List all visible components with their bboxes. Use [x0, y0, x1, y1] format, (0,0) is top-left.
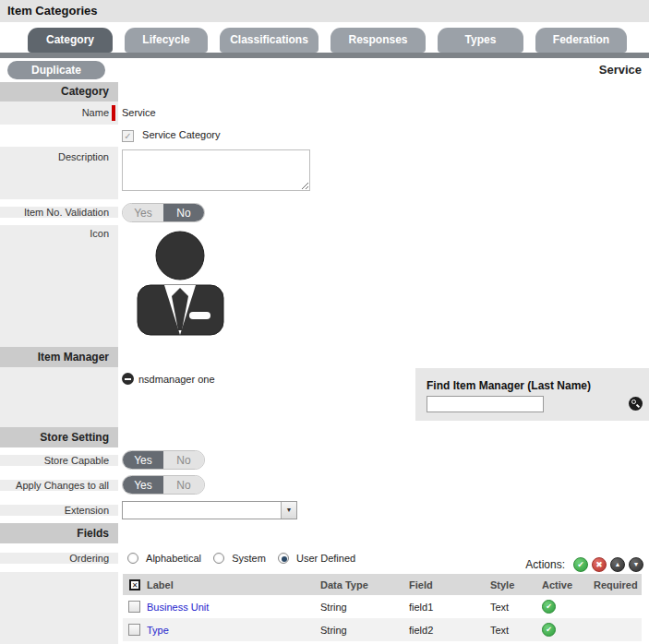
required-indicator — [112, 105, 115, 121]
toolbar: Duplicate Service — [0, 58, 649, 82]
manager-name: nsdmanager one — [138, 374, 215, 385]
name-row: Name Service — [0, 101, 649, 125]
cell-data-type: String — [320, 602, 409, 613]
ordering-radio-user-defined[interactable] — [278, 553, 289, 564]
toggle-yes-option[interactable]: Yes — [123, 476, 163, 494]
item-manager-row: nsdmanager one Find Item Manager (Last N… — [0, 367, 649, 427]
find-item-manager-input[interactable] — [427, 396, 544, 412]
name-label: Name — [0, 101, 118, 125]
ordering-option-label[interactable]: System — [232, 553, 266, 564]
move-up-icon[interactable]: ▲ — [610, 557, 625, 572]
fields-table: ✕ Label Data Type Field Style Active Req… — [123, 574, 642, 641]
apply-changes-label: Apply Changes to all — [0, 480, 118, 491]
tab-classifications[interactable]: Classifications — [220, 28, 318, 53]
toggle-no-option[interactable]: No — [163, 451, 204, 469]
chevron-down-icon[interactable]: ▼ — [281, 502, 296, 519]
tab-category[interactable]: Category — [28, 28, 113, 53]
item-manager-section-header: Item Manager — [0, 347, 649, 367]
icon-row: Icon — [0, 225, 649, 347]
extension-select[interactable]: ▼ — [122, 501, 297, 519]
tab-types[interactable]: Types — [438, 28, 523, 53]
item-no-validation-toggle[interactable]: Yes No — [122, 203, 205, 222]
service-category-row: ✓ Service Category — [0, 125, 649, 147]
col-header-style: Style — [490, 579, 542, 590]
ordering-radio-alphabetical[interactable] — [127, 553, 138, 564]
actions-bar: Actions: ✔ ✖ ▲ ▼ — [525, 557, 643, 572]
select-all-icon[interactable]: ✕ — [129, 579, 140, 590]
item-no-validation-label: Item No. Validation — [0, 207, 118, 218]
item-manager-section-label: Item Manager — [0, 347, 118, 367]
duplicate-button[interactable]: Duplicate — [7, 61, 105, 79]
field-link[interactable]: Business Unit — [147, 602, 209, 613]
category-section-label: Category — [0, 82, 118, 101]
find-item-manager-panel: Find Item Manager (Last Name) — [415, 368, 649, 421]
active-check-icon: ✔ — [542, 600, 556, 614]
table-row: Type String field2 Text ✔ — [123, 618, 642, 641]
apply-changes-toggle[interactable]: Yes No — [122, 475, 205, 495]
toggle-yes-option[interactable]: Yes — [123, 451, 163, 469]
toggle-yes-option[interactable]: Yes — [123, 204, 163, 221]
tab-bar: Category Lifecycle Classifications Respo… — [0, 22, 649, 53]
fields-table-area: ✕ Label Data Type Field Style Active Req… — [0, 572, 649, 644]
col-header-active: Active — [542, 579, 594, 590]
description-textarea[interactable] — [122, 149, 310, 191]
cell-style: Text — [490, 625, 542, 636]
ordering-radio-system[interactable] — [213, 553, 224, 564]
description-row: Description — [0, 147, 649, 199]
ordering-option-label[interactable]: User Defined — [296, 553, 355, 564]
row-checkbox[interactable] — [128, 624, 140, 636]
name-value: Service — [122, 107, 156, 118]
extension-label: Extension — [0, 505, 118, 516]
fields-section-label: Fields — [0, 523, 118, 543]
move-down-icon[interactable]: ▼ — [629, 557, 643, 572]
store-capable-row: Store Capable Yes No — [0, 447, 649, 472]
fields-table-header: ✕ Label Data Type Field Style Active Req… — [123, 574, 642, 595]
remove-manager-icon[interactable] — [122, 373, 134, 385]
icon-label: Icon — [0, 225, 118, 347]
cell-field: field1 — [409, 602, 490, 613]
service-category-checkbox[interactable]: ✓ — [122, 130, 134, 142]
store-capable-toggle[interactable]: Yes No — [122, 450, 205, 470]
toggle-no-option[interactable]: No — [163, 204, 204, 221]
tab-lifecycle[interactable]: Lifecycle — [125, 28, 208, 53]
item-no-validation-row: Item No. Validation Yes No — [0, 199, 649, 225]
apply-changes-row: Apply Changes to all Yes No — [0, 472, 649, 497]
search-icon[interactable] — [629, 397, 643, 411]
field-link[interactable]: Type — [147, 625, 169, 636]
delete-icon[interactable]: ✖ — [592, 557, 607, 572]
col-header-required: Required — [594, 579, 642, 590]
extension-row: Extension ▼ — [0, 497, 649, 523]
category-section-header: Category — [0, 82, 649, 101]
store-setting-section-label: Store Setting — [0, 427, 118, 447]
col-header-field: Field — [409, 579, 490, 590]
service-category-label: Service Category — [142, 129, 220, 140]
description-label: Description — [0, 147, 118, 199]
store-setting-section-header: Store Setting — [0, 427, 649, 447]
business-person-icon — [133, 231, 229, 336]
cell-field: field2 — [409, 625, 490, 636]
ordering-label: Ordering — [0, 553, 118, 564]
table-row: Business Unit String field1 Text ✔ — [123, 595, 642, 618]
store-capable-label: Store Capable — [0, 455, 118, 466]
toggle-no-option[interactable]: No — [163, 476, 204, 494]
active-check-icon: ✔ — [542, 623, 556, 637]
page-title: Item Categories — [0, 0, 649, 22]
cell-data-type: String — [320, 625, 409, 636]
cell-style: Text — [490, 602, 542, 613]
tab-federation[interactable]: Federation — [535, 28, 627, 53]
fields-section-header: Fields — [0, 523, 649, 543]
context-name: Service — [599, 63, 642, 77]
actions-label: Actions: — [525, 558, 565, 571]
tab-responses[interactable]: Responses — [331, 28, 426, 53]
row-checkbox[interactable] — [128, 601, 140, 613]
ordering-option-label[interactable]: Alphabetical — [146, 553, 201, 564]
find-item-manager-label: Find Item Manager (Last Name) — [415, 368, 649, 392]
activate-icon[interactable]: ✔ — [573, 557, 588, 572]
col-header-data-type: Data Type — [320, 579, 409, 590]
ordering-row: Ordering Alphabetical System User Define… — [0, 543, 649, 572]
col-header-label: Label — [147, 579, 320, 590]
